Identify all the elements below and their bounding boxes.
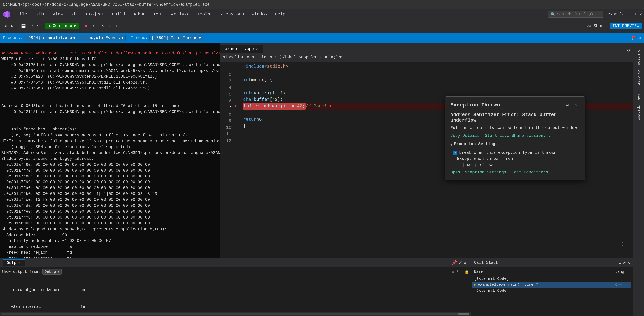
minimize-btn[interactable]: ─: [632, 12, 634, 17]
breadcrumb-function[interactable]: main() ▼: [324, 55, 342, 60]
menu-debug[interactable]: Debug: [129, 11, 149, 18]
output-pin-icon[interactable]: 📌: [452, 260, 457, 265]
toolbar-sep-3: [81, 23, 81, 29]
breadcrumb-folder[interactable]: Miscellaneous Files ▼: [222, 55, 272, 60]
terminal-legend-fd: Freed heap region: fd: [2, 250, 72, 255]
output-panel: Output 📌 ⤢ ✕ Show output from: Debug ▼ ⊞…: [0, 258, 471, 316]
title-bar: C:\MSDN\cpp-docs-pr\docs\c-language\ASAN…: [0, 0, 644, 9]
menu-window[interactable]: Window: [248, 11, 270, 18]
terminal-legend-header: Shadow byte legend (one shadow byte repr…: [2, 227, 167, 232]
thread-dropdown[interactable]: [17592] Main Thread ▼: [150, 35, 203, 41]
exception-checkbox[interactable]: ✓: [453, 151, 458, 155]
toolbar-redo[interactable]: ↪: [35, 23, 42, 29]
line-numbers: 1 2 3 4 5 6 7 8 9 10 11 12: [220, 62, 234, 258]
menu-help[interactable]: Help: [272, 11, 289, 18]
search-icon: 🔍: [550, 12, 556, 17]
terminal-shadow-8: 0x301a7fd0: 00 00 00 00 00 00 00 00 00 0…: [2, 203, 150, 208]
menu-analyze[interactable]: Analyze: [168, 11, 193, 18]
menu-edit[interactable]: Edit: [31, 11, 49, 18]
breadcrumb-function-text: main(): [324, 55, 338, 60]
call-stack-row-2[interactable]: [External Code]: [472, 288, 632, 293]
terminal-legend-f1: Stack left redzone: f1: [2, 256, 72, 258]
call-stack-name-2: [External Code]: [474, 288, 615, 293]
exception-minimize-btn[interactable]: ⧉: [564, 102, 571, 108]
menu-file[interactable]: File: [13, 11, 30, 18]
terminal-shadow-7: 0x301a7fc0: f3 f3 00 00 00 00 00 00 00 0…: [2, 197, 150, 202]
menu-project[interactable]: Project: [82, 11, 108, 18]
maximize-btn[interactable]: □: [636, 12, 638, 17]
menu-test[interactable]: Test: [150, 11, 167, 18]
solution-explorer-sidebar: Solution Explorer Team Explorer: [633, 43, 644, 258]
toolbar-step-over[interactable]: ↷: [100, 23, 106, 29]
settings-icon[interactable]: ⚙: [639, 35, 641, 40]
continue-button[interactable]: ▶ Continue ▼: [45, 23, 79, 29]
menu-extensions[interactable]: Extensions: [214, 11, 248, 18]
output-toolbar-btn-3[interactable]: ↓: [461, 270, 463, 274]
menu-view[interactable]: View: [49, 11, 66, 18]
copy-details-link[interactable]: Copy Details: [450, 134, 480, 138]
call-stack-name-0: [External Code]: [474, 277, 615, 281]
error-circle-icon: ⊗: [328, 103, 331, 110]
output-tab[interactable]: Output: [3, 259, 25, 266]
call-stack-expand-icon[interactable]: ⤢: [623, 260, 626, 265]
terminal-shadow-5: 0x301a7fa0: 00 00 00 00 00 00 00 00 00 0…: [2, 186, 150, 190]
call-stack-row-0[interactable]: [External Code]: [472, 276, 632, 282]
scroll-indicator: ⋮⋮: [620, 242, 629, 247]
toolbar-step-into[interactable]: ↓: [107, 23, 113, 29]
tab-close-btn[interactable]: ✕: [256, 47, 258, 51]
exception-close-btn[interactable]: ✕: [573, 102, 580, 108]
call-stack-row-1[interactable]: ▶ example1.exe!main() Line 7 C++: [472, 282, 632, 288]
toolbar-debug-stop[interactable]: ■: [83, 23, 89, 29]
solution-explorer-tab[interactable]: Solution Explorer: [635, 44, 642, 88]
breadcrumb-function-icon: ▼: [339, 55, 342, 60]
exception-sub-item: example1.exe: [460, 162, 580, 167]
title-bar-text: C:\MSDN\cpp-docs-pr\docs\c-language\ASAN…: [3, 2, 210, 7]
current-frame-icon: ▶: [474, 282, 476, 287]
output-source-dropdown[interactable]: Debug ▼: [42, 269, 62, 275]
output-toolbar-btn-4[interactable]: 🔒: [464, 270, 469, 274]
exception-settings-expand-icon[interactable]: [450, 143, 452, 147]
call-stack-lang-1: C++: [615, 283, 630, 287]
code-line-3: int main() {: [242, 77, 633, 83]
exception-sub-checkbox[interactable]: [460, 163, 464, 167]
call-stack-settings-icon[interactable]: ⚙: [619, 260, 621, 265]
breadcrumb-scope[interactable]: (Global Scope) ▼: [279, 55, 317, 60]
settings-icon[interactable]: ⚙: [628, 47, 630, 53]
output-scrollbar[interactable]: [0, 312, 471, 316]
menu-tools[interactable]: Tools: [194, 11, 214, 18]
output-toolbar-btn-1[interactable]: ⊞: [452, 270, 454, 274]
toolbar-save[interactable]: 💾: [19, 23, 28, 29]
toolbar-undo[interactable]: ↩: [28, 23, 35, 29]
menu-build[interactable]: Build: [108, 11, 128, 18]
toolbar-back[interactable]: ◀: [2, 23, 8, 29]
output-expand-icon[interactable]: ⤢: [459, 260, 462, 265]
open-exception-settings-link[interactable]: Open Exception Settings: [450, 170, 506, 175]
menu-git[interactable]: Git: [67, 11, 82, 18]
toolbar-forward[interactable]: ▶: [9, 23, 15, 29]
terminal-shadow-9: 0x301a7fe0: 00 00 00 00 00 00 00 00 00 0…: [2, 209, 150, 214]
output-toolbar-btn-2[interactable]: ⋮: [455, 270, 459, 274]
exception-error-desc: Full error details can be found in the o…: [450, 126, 580, 130]
toolbar-restart[interactable]: ↺: [90, 23, 96, 29]
call-stack-close-icon[interactable]: ✕: [628, 260, 630, 265]
output-content: Show output from: Debug ▼ ⊞ ⋮ ↓ 🔒 Intra …: [0, 267, 471, 312]
window-title: example1: [608, 12, 627, 16]
start-liveshare-link[interactable]: Start Live Share session...: [485, 134, 550, 138]
close-btn[interactable]: ✕: [640, 12, 642, 17]
process-dropdown[interactable]: {9824} example1.exe ▼: [24, 35, 78, 41]
edit-conditions-link[interactable]: Edit Conditions: [512, 170, 548, 175]
output-tab-bar: Output 📌 ⤢ ✕: [0, 258, 471, 267]
editor-tab-example1[interactable]: example1.cpp ✕: [220, 45, 263, 53]
search-box[interactable]: 🔍 Search (Ctrl+Q): [548, 11, 603, 18]
play-icon: ▶: [49, 23, 51, 28]
toolbar-step-out[interactable]: ↑: [114, 23, 120, 29]
terminal-panel[interactable]: =9824==ERROR: AddressSanitizer: stack-bu…: [0, 43, 220, 258]
team-explorer-tab[interactable]: Team Explorer: [635, 89, 642, 123]
code-line-2: [242, 70, 633, 77]
terminal-objects-line: This frame has 1 object(s):: [2, 127, 77, 132]
toolbar-live-share[interactable]: ⚡ Live Share: [577, 23, 608, 29]
lifecycle-dropdown[interactable]: Lifecycle Events ▼: [79, 35, 126, 41]
exception-settings: Exception Settings ✓ Break when this exc…: [450, 142, 580, 167]
output-close-icon[interactable]: ✕: [464, 260, 466, 265]
toolbar-sep-2: [43, 23, 44, 29]
